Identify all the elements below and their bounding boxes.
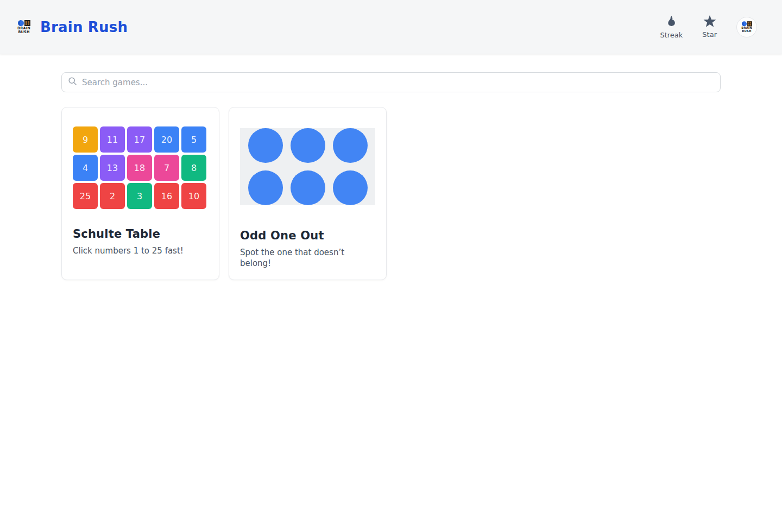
streak-label: Streak xyxy=(660,31,683,39)
schulte-tile: 5 xyxy=(181,126,206,153)
card-description: Spot the one that doesn’t belong! xyxy=(240,247,375,269)
schulte-tile: 13 xyxy=(100,155,125,181)
star-icon xyxy=(703,15,716,28)
circle-shape xyxy=(333,170,368,205)
circle-shape xyxy=(291,128,325,163)
schulte-tile: 16 xyxy=(154,183,179,209)
logo-brain-icon xyxy=(742,21,747,26)
brand-home-link[interactable]: BRAIN RUSH Brain Rush xyxy=(17,19,128,35)
odd-one-out-preview xyxy=(240,128,375,227)
avatar-logo-icon: BRAIN RUSH xyxy=(741,21,752,33)
user-avatar[interactable]: BRAIN RUSH xyxy=(736,17,757,37)
schulte-tile: 11 xyxy=(100,126,125,153)
logo-grid-icon xyxy=(24,20,30,26)
main-content: 91117205413187825231610 Schulte Table Cl… xyxy=(61,54,721,280)
card-description: Click numbers 1 to 25 fast! xyxy=(73,245,208,256)
circle-shape xyxy=(248,128,283,163)
app-header: BRAIN RUSH Brain Rush Streak Star xyxy=(0,0,782,54)
logo-text-line2: RUSH xyxy=(18,30,29,34)
streak-button[interactable]: Streak xyxy=(660,15,683,39)
game-card-schulte-table[interactable]: 91117205413187825231610 Schulte Table Cl… xyxy=(61,107,219,280)
flame-icon xyxy=(666,15,677,28)
search-input[interactable] xyxy=(82,78,714,87)
search-bar xyxy=(61,72,721,92)
header-actions: Streak Star BRAIN RUSH xyxy=(660,15,757,39)
circle-shape xyxy=(248,170,283,205)
schulte-tile: 18 xyxy=(127,155,152,181)
search-icon xyxy=(68,77,82,87)
schulte-tile: 3 xyxy=(127,183,152,209)
game-card-odd-one-out[interactable]: Odd One Out Spot the one that doesn’t be… xyxy=(229,107,387,280)
schulte-tile: 2 xyxy=(100,183,125,209)
star-label: Star xyxy=(702,30,717,39)
game-card-list: 91117205413187825231610 Schulte Table Cl… xyxy=(61,107,721,280)
star-button[interactable]: Star xyxy=(702,15,717,39)
schulte-tile: 4 xyxy=(73,155,98,181)
card-title: Schulte Table xyxy=(73,227,208,241)
schulte-grid: 91117205413187825231610 xyxy=(73,126,208,209)
page-title: Brain Rush xyxy=(40,19,128,35)
schulte-tile: 20 xyxy=(154,126,179,153)
schulte-tile: 9 xyxy=(73,126,98,153)
logo-grid-icon xyxy=(747,21,752,26)
brain-rush-logo-icon: BRAIN RUSH xyxy=(17,20,30,34)
schulte-tile: 10 xyxy=(181,183,206,209)
circle-shape xyxy=(333,128,368,163)
schulte-table-preview: 91117205413187825231610 xyxy=(73,126,208,226)
schulte-tile: 17 xyxy=(127,126,152,153)
schulte-tile: 25 xyxy=(73,183,98,209)
schulte-tile: 8 xyxy=(181,155,206,181)
schulte-tile: 7 xyxy=(154,155,179,181)
odd-one-out-circles xyxy=(240,128,375,205)
avatar-logo-text-line2: RUSH xyxy=(742,29,751,33)
card-title: Odd One Out xyxy=(240,229,375,243)
logo-brain-icon xyxy=(18,20,24,26)
circle-shape xyxy=(291,170,325,205)
